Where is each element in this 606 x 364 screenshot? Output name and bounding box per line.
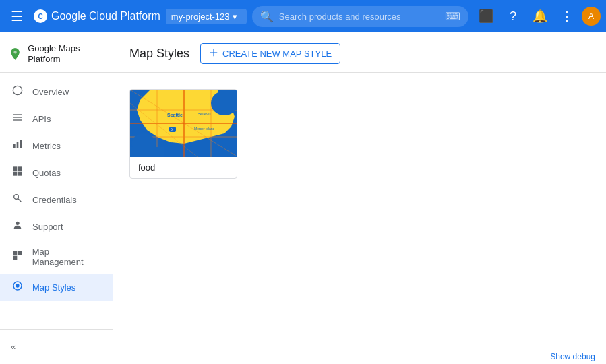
- sidebar-item-map-styles[interactable]: Map Styles: [0, 274, 113, 301]
- metrics-icon: [11, 139, 24, 152]
- create-icon: [209, 48, 218, 59]
- nav-icons: ⬛ ? 🔔 ⋮ A: [474, 4, 601, 28]
- brand-logo: C Google Cloud Platform: [34, 9, 160, 23]
- project-selector[interactable]: my-project-123 ▾: [166, 9, 247, 24]
- sidebar-item-label: Metrics: [32, 141, 61, 151]
- sidebar-item-overview[interactable]: Overview: [0, 78, 113, 105]
- sidebar-footer: «: [0, 329, 113, 364]
- search-bar[interactable]: 🔍 ⌨: [252, 6, 468, 27]
- svg-rect-4: [13, 144, 16, 148]
- credentials-icon: [11, 193, 24, 206]
- svg-rect-1: [13, 115, 22, 115]
- top-navigation: ☰ C Google Cloud Platform my-project-123…: [0, 0, 606, 32]
- svg-point-0: [13, 86, 22, 95]
- main-header: Map Styles CREATE NEW MAP STYLE: [113, 32, 606, 73]
- sidebar: Google Maps Platform Overview APIs: [0, 32, 113, 364]
- map-management-icon: [11, 250, 24, 264]
- sidebar-item-label: Map Styles: [32, 282, 75, 293]
- svg-rect-15: [18, 251, 22, 255]
- more-options-button[interactable]: ⋮: [555, 4, 579, 28]
- svg-text:Seattle: Seattle: [167, 113, 183, 117]
- app-title: Google Cloud Platform: [51, 10, 160, 22]
- sidebar-item-map-management[interactable]: Map Management: [0, 240, 113, 274]
- keyboard-icon: ⌨: [445, 10, 460, 23]
- map-style-card-food[interactable]: Seattle Bellevu Mercer Island 5 food: [129, 89, 237, 179]
- bottom-bar: Show debug: [539, 349, 606, 364]
- map-styles-icon: [11, 280, 24, 294]
- main-layout: Google Maps Platform Overview APIs: [0, 32, 606, 364]
- main-content: Map Styles CREATE NEW MAP STYLE: [113, 32, 606, 364]
- search-icon: 🔍: [260, 10, 274, 23]
- sidebar-item-label: Credentials: [32, 195, 77, 205]
- map-card-thumbnail: Seattle Bellevu Mercer Island 5: [130, 90, 237, 157]
- quotas-icon: [11, 166, 24, 179]
- sidebar-item-credentials[interactable]: Credentials: [0, 186, 113, 213]
- svg-text:Bellevu: Bellevu: [198, 112, 211, 116]
- svg-rect-10: [18, 172, 22, 176]
- svg-rect-33: [130, 147, 164, 157]
- help-button[interactable]: ?: [501, 4, 525, 28]
- cloud-logo-icon: C: [34, 9, 47, 23]
- notifications-button[interactable]: 🔔: [528, 4, 552, 28]
- search-input[interactable]: [279, 11, 440, 22]
- svg-rect-16: [13, 256, 17, 260]
- map-style-name: food: [130, 157, 237, 178]
- svg-rect-6: [20, 140, 22, 148]
- project-name: my-project-123: [171, 11, 230, 22]
- map-style-cards-container: Seattle Bellevu Mercer Island 5 food: [113, 73, 606, 195]
- apis-icon: [11, 112, 24, 125]
- svg-rect-9: [13, 172, 17, 176]
- sidebar-header: Google Maps Platform: [0, 32, 113, 73]
- sidebar-item-label: Quotas: [32, 168, 61, 178]
- svg-point-18: [16, 284, 19, 288]
- svg-rect-34: [218, 90, 237, 110]
- svg-rect-7: [13, 167, 17, 171]
- svg-rect-3: [13, 120, 22, 121]
- sidebar-item-label: APIs: [32, 114, 51, 124]
- sidebar-item-quotas[interactable]: Quotas: [0, 159, 113, 186]
- show-debug-link[interactable]: Show debug: [550, 352, 595, 361]
- svg-rect-20: [210, 52, 218, 53]
- page-title: Map Styles: [129, 47, 189, 61]
- svg-text:5: 5: [171, 127, 173, 131]
- svg-rect-14: [13, 251, 17, 255]
- sidebar-item-label: Overview: [32, 87, 69, 97]
- sidebar-item-metrics[interactable]: Metrics: [0, 132, 113, 159]
- svg-rect-2: [13, 117, 22, 118]
- menu-icon[interactable]: ☰: [5, 3, 28, 30]
- collapse-icon: «: [11, 342, 16, 352]
- product-name: Google Maps Platform: [28, 43, 104, 64]
- avatar[interactable]: A: [582, 7, 601, 26]
- sidebar-navigation: Overview APIs Metrics Quot: [0, 73, 113, 329]
- create-new-map-style-button[interactable]: CREATE NEW MAP STYLE: [200, 43, 340, 64]
- svg-line-12: [18, 199, 21, 202]
- support-icon: [11, 220, 24, 233]
- svg-text:Mercer Island: Mercer Island: [194, 127, 215, 131]
- map-thumbnail-svg: Seattle Bellevu Mercer Island 5: [130, 90, 237, 157]
- svg-rect-5: [17, 142, 19, 148]
- chevron-down-icon: ▾: [233, 11, 237, 22]
- overview-icon: [11, 85, 24, 98]
- svg-point-13: [16, 222, 19, 225]
- sidebar-item-support[interactable]: Support: [0, 213, 113, 240]
- sidebar-item-label: Map Management: [32, 247, 102, 267]
- sidebar-item-apis[interactable]: APIs: [0, 105, 113, 132]
- create-button-label: CREATE NEW MAP STYLE: [222, 49, 332, 59]
- maps-logo-icon: [8, 46, 22, 62]
- cloud-shell-button[interactable]: ⬛: [474, 4, 498, 28]
- sidebar-item-label: Support: [32, 222, 63, 232]
- svg-rect-8: [18, 167, 22, 171]
- collapse-sidebar-button[interactable]: «: [0, 335, 113, 359]
